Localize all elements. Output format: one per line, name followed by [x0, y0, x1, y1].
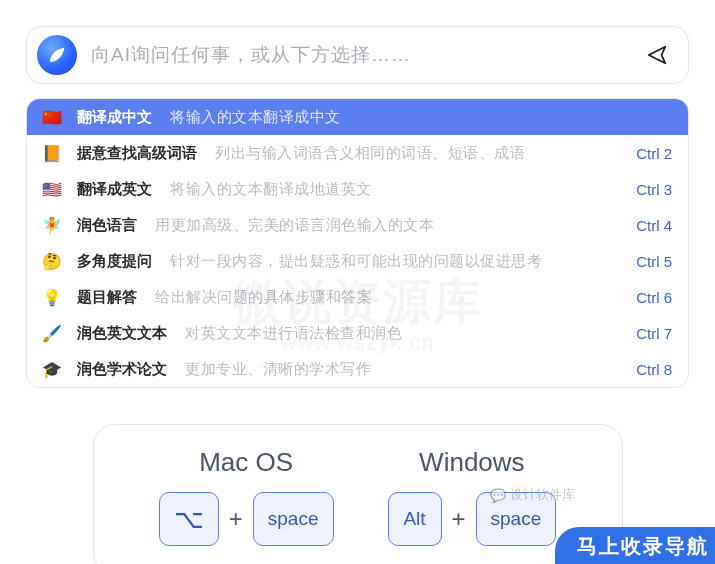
search-input[interactable] [91, 44, 644, 66]
command-row[interactable]: 🇺🇸翻译成英文将输入的文本翻译成地道英文Ctrl 3 [27, 171, 688, 207]
command-title: 据意查找高级词语 [77, 144, 197, 163]
command-row[interactable]: 📙据意查找高级词语列出与输入词语含义相同的词语、短语、成语Ctrl 2 [27, 135, 688, 171]
hotkey-mac: Mac OS ⌥ + space [159, 447, 334, 546]
command-emoji: 🇨🇳 [41, 108, 63, 127]
command-emoji: 💡 [41, 288, 63, 307]
command-emoji: 🤔 [41, 252, 63, 271]
command-row[interactable]: 🇨🇳翻译成中文将输入的文本翻译成中文 [27, 99, 688, 135]
command-title: 翻译成中文 [77, 108, 152, 127]
command-shortcut: Ctrl 3 [636, 181, 672, 198]
command-title: 润色学术论文 [77, 360, 167, 379]
command-desc: 用更加高级、完美的语言润色输入的文本 [155, 216, 624, 235]
command-emoji: 📙 [41, 144, 63, 163]
key-space: space [253, 492, 334, 546]
hotkey-mac-label: Mac OS [199, 447, 293, 478]
mini-watermark: 💬 设计软件库 [490, 486, 575, 504]
command-desc: 对英文文本进行语法检查和润色 [185, 324, 624, 343]
command-row[interactable]: 🖌️润色英文文本对英文文本进行语法检查和润色Ctrl 7 [27, 315, 688, 351]
command-shortcut: Ctrl 5 [636, 253, 672, 270]
hotkey-windows-label: Windows [419, 447, 524, 478]
command-row[interactable]: 🤔多角度提问针对一段内容，提出疑惑和可能出现的问题以促进思考Ctrl 5 [27, 243, 688, 279]
command-desc: 将输入的文本翻译成中文 [170, 108, 660, 127]
corner-badge: 马上收录导航 [555, 527, 715, 564]
key-alt: Alt [388, 492, 442, 546]
plus-icon: + [229, 505, 243, 533]
command-emoji: 🧚 [41, 216, 63, 235]
command-desc: 给出解决问题的具体步骤和答案 [155, 288, 624, 307]
command-shortcut: Ctrl 6 [636, 289, 672, 306]
command-emoji: 🎓 [41, 360, 63, 379]
plus-icon: + [452, 505, 466, 533]
search-bar[interactable] [26, 26, 689, 84]
command-shortcut: Ctrl 7 [636, 325, 672, 342]
command-title: 多角度提问 [77, 252, 152, 271]
command-row[interactable]: 🎓润色学术论文更加专业、清晰的学术写作Ctrl 8 [27, 351, 688, 387]
send-icon [646, 44, 668, 66]
command-panel: 🇨🇳翻译成中文将输入的文本翻译成中文📙据意查找高级词语列出与输入词语含义相同的词… [26, 98, 689, 388]
command-emoji: 🖌️ [41, 324, 63, 343]
mini-watermark-text: 设计软件库 [510, 486, 575, 504]
chat-icon: 💬 [490, 488, 506, 503]
command-title: 翻译成英文 [77, 180, 152, 199]
command-title: 润色语言 [77, 216, 137, 235]
send-button[interactable] [644, 42, 670, 68]
command-desc: 更加专业、清晰的学术写作 [185, 360, 624, 379]
command-shortcut: Ctrl 2 [636, 145, 672, 162]
command-emoji: 🇺🇸 [41, 180, 63, 199]
command-desc: 针对一段内容，提出疑惑和可能出现的问题以促进思考 [170, 252, 624, 271]
command-row[interactable]: 🧚润色语言用更加高级、完美的语言润色输入的文本Ctrl 4 [27, 207, 688, 243]
command-title: 题目解答 [77, 288, 137, 307]
command-shortcut: Ctrl 8 [636, 361, 672, 378]
feather-icon [46, 44, 68, 66]
command-title: 润色英文文本 [77, 324, 167, 343]
app-logo [37, 35, 77, 75]
command-desc: 列出与输入词语含义相同的词语、短语、成语 [215, 144, 624, 163]
command-shortcut: Ctrl 4 [636, 217, 672, 234]
hotkey-mac-keys: ⌥ + space [159, 492, 334, 546]
key-option: ⌥ [159, 492, 219, 546]
command-desc: 将输入的文本翻译成地道英文 [170, 180, 624, 199]
command-row[interactable]: 💡题目解答给出解决问题的具体步骤和答案Ctrl 6 [27, 279, 688, 315]
